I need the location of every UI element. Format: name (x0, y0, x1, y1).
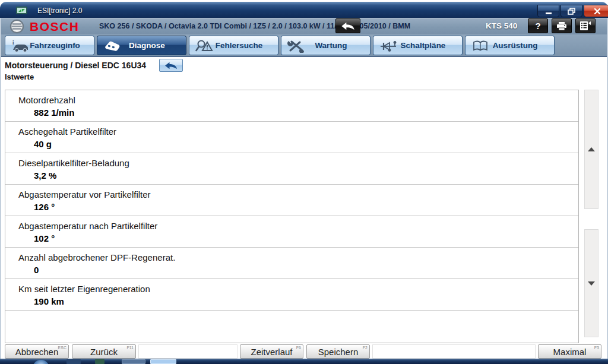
zurueck-button[interactable]: Zurück F11 (72, 344, 136, 359)
reading-value: 0 (34, 265, 39, 275)
menu-button[interactable] (575, 18, 596, 33)
tab-label: Fehlersuche (216, 41, 263, 50)
reading-label: Dieselpartikelfilter-Beladung (18, 158, 129, 168)
button-label: Speichern (318, 347, 359, 357)
speichern-button[interactable]: Speichern F2 (306, 344, 370, 359)
shortcut-key: ESC (58, 346, 66, 350)
tab-ausruestung[interactable]: Ausrüstung (465, 36, 555, 55)
reading-value: 40 g (34, 139, 52, 149)
tab-label: Wartung (315, 41, 347, 50)
section-title: Istwerte (5, 72, 34, 81)
restore-button[interactable] (560, 5, 582, 17)
window-titlebar[interactable]: ESI[tronic] 2.0 (0, 2, 608, 18)
back-arrow-icon (164, 61, 178, 70)
tab-fehlersuche[interactable]: Fehlersuche (189, 36, 278, 55)
reading-value: 882 1/min (34, 107, 74, 118)
shortcut-key: F2 (363, 346, 368, 350)
minimize-button[interactable] (537, 5, 559, 17)
reading-value: 3,2 % (34, 170, 56, 181)
restore-icon (568, 8, 575, 15)
taskbar-item[interactable] (122, 359, 145, 364)
footer-spacer-panel (372, 344, 536, 359)
reading-value: 126 ° (34, 202, 55, 212)
reading-label: Motordrehzahl (18, 95, 75, 105)
header-back-button[interactable] (335, 18, 360, 33)
window-controls (537, 5, 608, 17)
search-warning-icon (195, 39, 214, 53)
minimize-icon (545, 8, 552, 15)
reading-row[interactable]: Aschegehalt Partikelfilter 40 g (5, 122, 578, 153)
reading-label: Anzahl abgebrochener DPF-Regenerat. (18, 252, 175, 262)
print-button[interactable] (552, 18, 572, 33)
help-button[interactable]: ? (528, 18, 548, 33)
obd-connector-icon (103, 39, 122, 53)
reading-value: 102 ° (34, 233, 55, 243)
taskbar-item[interactable] (95, 359, 104, 364)
tab-wartung[interactable]: Wartung (281, 36, 370, 55)
start-orb[interactable] (33, 360, 49, 364)
tab-label: Ausrüstung (493, 41, 538, 50)
reading-label: Km seit letzter Eigenregeneration (18, 284, 150, 294)
app-icon (16, 7, 27, 15)
scroll-down-button[interactable] (584, 229, 598, 337)
maximal-button[interactable]: Maximal F3 (538, 344, 601, 359)
arrow-down-icon (588, 281, 595, 286)
page-title: Motorsteuerung / Diesel EDC 16U34 (5, 61, 146, 70)
reading-row[interactable]: Motordrehzahl 882 1/min (5, 90, 578, 122)
car-info-icon: i (11, 39, 30, 53)
button-label: Abbrechen (15, 347, 59, 357)
tab-label: Schaltpläne (401, 41, 446, 50)
reading-label: Abgastemperatur nach Partikelfilter (18, 221, 157, 231)
footer-spacer-panel (138, 344, 238, 359)
scroll-up-button[interactable] (584, 90, 598, 209)
zeitverlauf-button[interactable]: Zeitverlauf F6 (240, 344, 303, 359)
close-icon (594, 8, 601, 15)
reading-value: 190 km (34, 296, 64, 306)
esitronic-window: ESI[tronic] 2.0 BOSCH SKO 256 (0, 0, 608, 364)
reading-row[interactable]: Dieselpartikelfilter-Beladung 3,2 % (5, 153, 578, 185)
taskbar-item-active[interactable] (150, 359, 176, 364)
tab-diagnose[interactable]: Diagnose (97, 36, 186, 55)
list-scrollbar (584, 90, 598, 337)
reading-label: Abgastemperatur vor Partikelfilter (18, 189, 151, 200)
tools-icon (287, 39, 306, 53)
reading-row[interactable]: Abgastemperatur vor Partikelfilter 126 ° (5, 185, 578, 216)
shortcut-key: F6 (296, 346, 301, 350)
reading-row[interactable]: Km seit letzter Eigenregeneration 190 km (5, 279, 578, 311)
reading-row[interactable]: Anzahl abgebrochener DPF-Regenerat. 0 (5, 248, 578, 279)
shortcut-key: F11 (126, 346, 134, 350)
reading-row[interactable]: Abgastemperatur nach Partikelfilter 102 … (5, 216, 578, 248)
readings-list: Motordrehzahl 882 1/min Aschegehalt Part… (5, 90, 579, 343)
bosch-armature-logo (10, 19, 24, 34)
tab-label: Diagnose (129, 41, 165, 50)
device-label: KTS 540 (486, 21, 517, 30)
list-menu-icon (580, 21, 591, 31)
window-title: ESI[tronic] 2.0 (37, 7, 82, 15)
tab-label: Fahrzeuginfo (30, 41, 80, 50)
question-mark-icon: ? (535, 21, 540, 31)
bosch-wordmark: BOSCH (30, 20, 79, 34)
vehicle-info: SKO 256 / SKODA / Octavia 2.0 TDI Combi … (99, 22, 410, 30)
button-label: Zurück (90, 347, 118, 357)
reading-label: Aschegehalt Partikelfilter (18, 126, 116, 137)
close-button[interactable] (584, 5, 608, 17)
taskbar-item[interactable] (66, 359, 81, 364)
tab-schaltplaene[interactable]: Schaltpläne (373, 36, 463, 55)
abbrechen-button[interactable]: Abbrechen ESC (5, 344, 69, 359)
windows-taskbar (0, 359, 608, 364)
breadcrumb-back-button[interactable] (159, 59, 183, 72)
open-book-icon (471, 39, 490, 53)
tab-fahrzeuginfo[interactable]: i Fahrzeuginfo (5, 36, 94, 55)
button-label: Maximal (553, 347, 587, 357)
window-border-left (0, 18, 1, 359)
shortcut-key: F3 (594, 346, 599, 350)
printer-icon (556, 21, 567, 31)
button-label: Zeitverlauf (251, 347, 292, 357)
circuit-diagram-icon (379, 39, 398, 53)
svg-text:i: i (12, 40, 14, 46)
back-arrow-icon (340, 21, 356, 31)
arrow-up-icon (588, 147, 595, 151)
